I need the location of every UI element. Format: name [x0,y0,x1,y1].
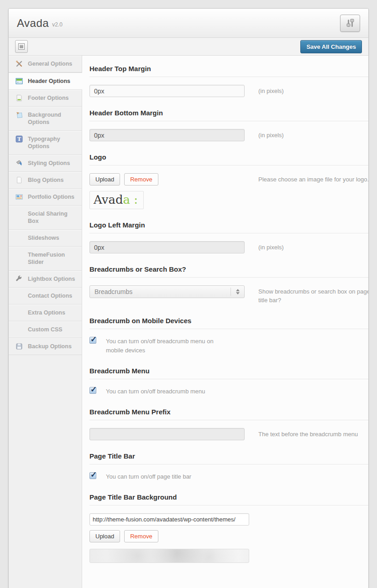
section-heading: Logo Left Margin [89,221,369,229]
sidebar-item-footer-options[interactable]: Footer Options [9,90,82,107]
app-title: Avada [17,17,49,30]
sidebar-item-label: Extra Options [28,309,79,316]
browser-icon [15,77,23,85]
section-heading: Breadcrumb Menu [89,367,369,375]
paint-icon [15,111,23,119]
breadcrumb-prefix-input[interactable] [89,428,245,440]
no-icon [15,309,23,316]
document-icon [15,94,23,102]
sidebar-item-label: ThemeFusion Slider [28,251,79,266]
sidebar-item-styling-options[interactable]: Styling Options [9,155,82,172]
select-value: Breadcrumbs [90,288,230,295]
sidebar-item-label: Backup Options [28,343,79,350]
sidebar-item-label: Background Options [28,111,79,126]
background-remove-button[interactable]: Remove [124,530,158,542]
section-breadcrumb-mobile: Breadcrumb on Mobile Devices You can tur… [89,317,369,355]
typography-icon: T [15,135,23,143]
logo-upload-button[interactable]: Upload [89,173,120,186]
sidebar-item-label: Styling Options [28,160,79,167]
theme-options-panel: Avada v2.0 Save All Changes [8,8,369,588]
page-title-bar-background-url-input[interactable] [89,513,249,526]
checkbox-label: You can turn on/off breadcrumb menu on m… [106,337,222,355]
background-upload-button[interactable]: Upload [89,530,120,542]
section-heading: Header Top Margin [89,65,369,72]
section-heading: Breadcrumb on Mobile Devices [89,317,369,325]
sidebar-item-background-options[interactable]: Background Options [9,107,82,131]
sidebar-item-label: Slideshows [28,234,79,242]
disk-icon [15,343,23,350]
logo-left-margin-input[interactable] [89,241,245,253]
breadcrumb-mobile-checkbox[interactable] [89,337,96,344]
field-hint: (in pixels) [258,85,369,96]
brush-icon [15,160,23,167]
app-version: v2.0 [52,21,63,28]
section-heading: Breadcrumbs or Search Box? [89,265,369,273]
sidebar-item-lightbox-options[interactable]: Lightbox Options [9,271,82,288]
field-hint: (in pixels) [258,241,369,252]
sidebar-item-label: Social Sharing Box [28,210,79,225]
logo-preview: Avada : [89,191,144,209]
section-page-title-bar: Page Title Bar You can turn on/off page … [89,452,369,481]
no-icon [15,210,23,217]
section-heading: Page Title Bar Background [89,493,369,501]
section-heading: Page Title Bar [89,452,369,460]
collapse-sidebar-button[interactable] [15,40,28,53]
page-icon [15,176,23,184]
sidebar-item-social-sharing-box[interactable]: Social Sharing Box [9,206,82,230]
logo-text-green: a : [123,193,138,206]
sidebar-item-custom-css[interactable]: Custom CSS [9,321,82,338]
breadcrumbs-or-search-select[interactable]: Breadcrumbs [89,285,245,298]
section-header-top-margin: Header Top Margin (in pixels) [89,65,369,97]
section-heading: Breadcrumb Menu Prefix [89,408,369,416]
sidebar-item-label: Custom CSS [28,326,79,333]
field-hint: (in pixels) [258,129,369,140]
wrench-icon [15,275,23,283]
sidebar-item-label: Header Options [28,77,79,85]
field-hint: Show breadcrumbs or search box on page t… [258,285,369,305]
toolbar: Save All Changes [9,38,368,56]
sidebar: General Options Header Options [9,56,82,588]
checkbox-label: You can turn on/off page title bar [106,472,222,481]
section-logo: Logo Upload Remove Avada : Please choose… [89,153,369,209]
section-page-title-bar-background: Page Title Bar Background Upload Remove [89,493,369,563]
app-header: Avada v2.0 [9,9,368,38]
header-bottom-margin-input[interactable] [89,129,245,141]
breadcrumb-menu-checkbox[interactable] [89,387,96,394]
section-logo-left-margin: Logo Left Margin (in pixels) [89,221,369,253]
sidebar-item-label: Blog Options [28,176,79,184]
section-heading: Header Bottom Margin [89,109,369,117]
no-icon [15,251,23,258]
header-top-margin-input[interactable] [89,85,245,97]
sidebar-item-extra-options[interactable]: Extra Options [9,304,82,321]
sidebar-item-slideshows[interactable]: Slideshows [9,230,82,247]
options-sliders-button[interactable] [340,15,360,32]
sidebar-item-blog-options[interactable]: Blog Options [9,172,82,189]
select-spinner-icon [230,288,244,296]
sidebar-item-portfolio-options[interactable]: Portfolio Options [9,189,82,206]
field-hint: Please choose an image file for your log… [258,173,369,184]
sidebar-item-label: Contact Options [28,292,79,299]
sidebar-item-label: Portfolio Options [28,193,79,201]
page-title-bar-checkbox[interactable] [89,472,96,479]
sidebar-item-label: Lightbox Options [28,275,79,283]
sidebar-item-contact-options[interactable]: Contact Options [9,288,82,304]
no-icon [15,234,23,242]
save-all-changes-button-top[interactable]: Save All Changes [300,40,362,53]
sidebar-item-themefusion-slider[interactable]: ThemeFusion Slider [9,247,82,271]
sidebar-item-label: General Options [28,60,79,67]
sidebar-item-label: Footer Options [28,94,79,102]
sidebar-item-backup-options[interactable]: Backup Options [9,338,82,355]
sidebar-item-typography-options[interactable]: T Typography Options [9,131,82,155]
checkbox-label: You can turn on/off breadcrumb menu [106,387,222,396]
portfolio-icon [15,193,23,201]
main-content: Header Top Margin (in pixels) Header Bot… [82,56,369,588]
sliders-icon [345,18,355,29]
background-image-preview [89,549,249,563]
section-breadcrumb-menu: Breadcrumb Menu You can turn on/off brea… [89,367,369,396]
sidebar-item-header-options[interactable]: Header Options [9,72,82,90]
logo-remove-button[interactable]: Remove [124,173,158,186]
layout-icon [18,43,25,50]
sidebar-item-general-options[interactable]: General Options [9,56,82,72]
logo-text-dark: Avad [94,193,123,206]
tools-icon [15,60,23,67]
